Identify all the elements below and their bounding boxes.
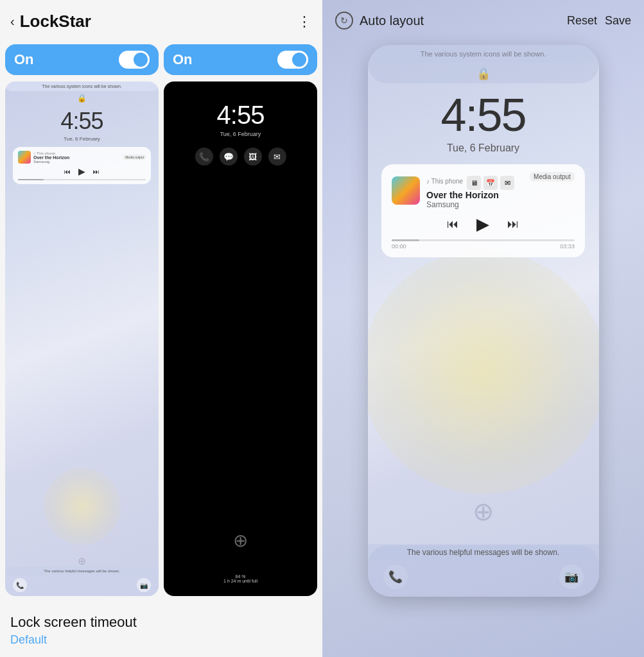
header-left: ‹ LockStar [10, 12, 91, 31]
app-title: LockStar [20, 12, 91, 31]
mc-times: 00:00 03:33 [392, 243, 575, 250]
mc-top-row: ♪ This phone 🖥 📅 ✉ Over the Horizon Sams… [392, 172, 575, 209]
mc-text: ♪ This phone 🖥 📅 ✉ Over the Horizon Sams… [426, 172, 514, 209]
mc-controls: ⏮ ▶ ⏭ [392, 214, 575, 234]
dark-phone-preview[interactable]: 4:55 Tue, 6 February 📞 💬 🖼 ✉ ⊕ 84 % 1 h … [164, 81, 317, 596]
mc-play[interactable]: ▶ [476, 214, 489, 234]
mc-icon-2: 📅 [483, 176, 498, 190]
music-card-light: ♪ This phone Over the Horizon Samsung Me… [13, 147, 151, 184]
mc-next[interactable]: ⏭ [507, 218, 519, 231]
refresh-icon: ↻ [340, 15, 348, 26]
toggle-card-2[interactable]: On [164, 44, 317, 75]
prev-btn-light[interactable]: ⏮ [64, 168, 71, 175]
light-date: Tue, 6 February [64, 136, 100, 142]
toggle-row: On On [0, 38, 322, 79]
fingerprint-large: ⊕ [473, 497, 494, 526]
mc-artist: Samsung [426, 200, 514, 209]
mc-icons-row: 🖥 📅 ✉ [467, 176, 514, 190]
right-header-actions: Reset Save [567, 14, 631, 28]
fingerprint-light: ⊕ [78, 555, 86, 567]
large-time: 4:55 [368, 89, 599, 141]
toggle-2-switch[interactable] [277, 51, 308, 69]
mc-thumb [392, 176, 420, 205]
dark-battery: 84 % 1 h 24 m until full [223, 574, 257, 583]
light-phone-inner: The various system icons will be shown. … [5, 81, 159, 596]
shortcut-msg[interactable]: 💬 [220, 148, 238, 166]
next-btn-light[interactable]: ⏭ [93, 168, 100, 175]
dark-shortcuts: 📞 💬 🖼 ✉ [195, 148, 286, 166]
mc-time-start: 00:00 [392, 243, 406, 250]
shortcut-phone[interactable]: 📞 [195, 148, 213, 166]
large-phone-container: The various system icons will be shown. … [322, 38, 644, 657]
shortcut-email[interactable]: ✉ [268, 148, 286, 166]
music-title-light: Over the Horizon [33, 155, 69, 160]
media-output-light: Media output [123, 155, 146, 160]
bottom-icon-phone-light[interactable]: 📞 [13, 578, 27, 592]
toggle-2-label: On [173, 51, 193, 68]
bottom-icons-large: 📞 📷 [368, 565, 599, 592]
timeout-section[interactable]: Lock screen timeout Default [0, 601, 322, 657]
timeout-title: Lock screen timeout [10, 614, 312, 631]
bottom-phone-large[interactable]: 📞 [383, 565, 408, 589]
music-info-light: ♪ This phone Over the Horizon Samsung [33, 151, 69, 164]
timeout-value[interactable]: Default [10, 633, 312, 647]
bottom-camera-large[interactable]: 📷 [559, 565, 584, 589]
dark-phone-inner: 4:55 Tue, 6 February 📞 💬 🖼 ✉ ⊕ 84 % 1 h … [164, 81, 317, 596]
reset-button[interactable]: Reset [567, 14, 597, 28]
play-btn-light[interactable]: ▶ [78, 166, 85, 176]
bottom-icon-camera-light[interactable]: 📷 [137, 578, 151, 592]
previews-row: The various system icons will be shown. … [0, 79, 322, 601]
fingerprint-dark: ⊕ [233, 530, 248, 551]
right-header: ↻ Auto layout Reset Save [322, 0, 644, 38]
toggle-card-1[interactable]: On [5, 44, 159, 75]
music-card-large: ♪ This phone 🖥 📅 ✉ Over the Horizon Sams… [381, 164, 585, 257]
mc-icon-1: 🖥 [467, 176, 481, 190]
dark-time: 4:55 [217, 101, 265, 130]
light-phone-preview[interactable]: The various system icons will be shown. … [5, 81, 159, 596]
music-progress-fill-light [18, 179, 44, 180]
music-progress-light [18, 179, 146, 180]
music-controls-light: ⏮ ▶ ⏭ [18, 166, 146, 176]
right-panel: ↻ Auto layout Reset Save The various sys… [322, 0, 644, 657]
mc-time-end: 03:33 [560, 243, 575, 250]
mc-source: ♪ This phone [426, 178, 463, 185]
light-time: 4:55 [60, 108, 103, 135]
large-date: Tue, 6 February [368, 142, 599, 154]
bottom-icons-light: 📞 📷 [5, 576, 159, 596]
mc-title: Over the Horizon [426, 190, 514, 200]
helpful-msg-light: The various helpful messages will be sho… [5, 567, 159, 576]
light-bottom: The various helpful messages will be sho… [5, 567, 159, 596]
circle-bg-large [368, 250, 599, 494]
mc-progress-fill [392, 239, 419, 241]
mc-media-output: Media output [530, 172, 575, 182]
auto-layout-title: Auto layout [360, 13, 424, 28]
save-button[interactable]: Save [605, 14, 631, 28]
battery-percent: 84 % [223, 574, 257, 579]
music-artist-light: Samsung [33, 160, 69, 164]
right-header-left: ↻ Auto layout [335, 12, 424, 30]
battery-time: 1 h 24 m until full [223, 579, 257, 583]
mc-icon-3: ✉ [500, 176, 514, 190]
music-thumb-light [18, 151, 31, 164]
light-top-bar: The various system icons will be shown. [5, 81, 159, 91]
mc-left: ♪ This phone 🖥 📅 ✉ Over the Horizon Sams… [392, 172, 514, 209]
mc-progress [392, 239, 575, 241]
wave-top [368, 45, 599, 83]
lock-icon-light: 🔒 [77, 94, 87, 103]
large-phone-preview: The various system icons will be shown. … [368, 45, 599, 597]
auto-layout-icon: ↻ [335, 12, 353, 30]
dark-date: Tue, 6 February [220, 131, 261, 137]
more-options-button[interactable]: ⋮ [297, 13, 312, 30]
back-button[interactable]: ‹ [10, 14, 15, 29]
left-panel: ‹ LockStar ⋮ On On The various system ic… [0, 0, 322, 657]
toggle-1-label: On [14, 51, 34, 68]
mc-prev[interactable]: ⏮ [447, 218, 458, 231]
helpful-msg-large: The various helpful messages will be sho… [368, 544, 599, 561]
app-header: ‹ LockStar ⋮ [0, 0, 322, 38]
shortcut-gallery[interactable]: 🖼 [244, 148, 262, 166]
toggle-1-switch[interactable] [119, 51, 150, 69]
